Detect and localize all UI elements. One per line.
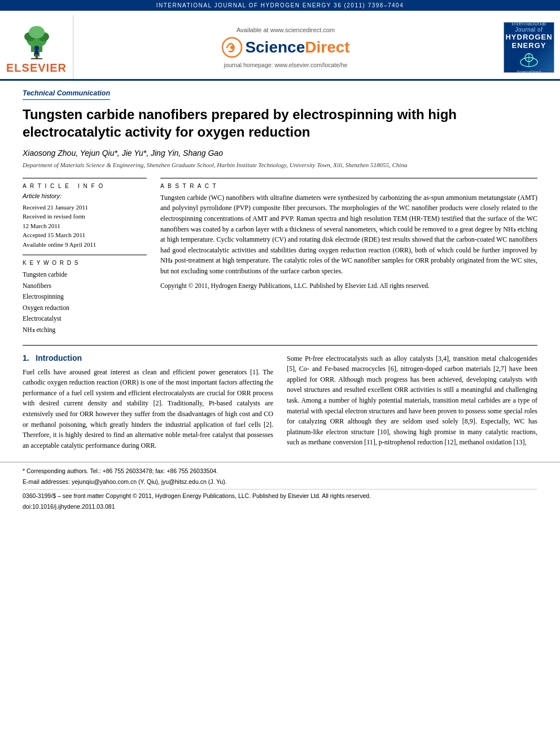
introduction-left: 1. Introduction Fuel cells have aroused … — [23, 353, 273, 451]
article-meta-section: A R T I C L E I N F O Article history: R… — [23, 178, 537, 336]
keyword-6: NH₃ etching — [23, 325, 147, 336]
authors: Xiaosong Zhou, Yejun Qiu*, Jie Yu*, Jing… — [23, 148, 537, 158]
content-area: Technical Communication Tungsten carbide… — [0, 81, 560, 451]
introduction-section: 1. Introduction Fuel cells have aroused … — [23, 353, 537, 451]
abstract-body: Tungsten carbide (WC) nanofibers with ul… — [160, 194, 537, 275]
intro-left-text: Fuel cells have aroused great interest a… — [23, 367, 273, 451]
affiliation: Department of Materials Science & Engine… — [23, 161, 537, 169]
svg-point-8 — [34, 46, 39, 50]
elsevier-logo: ELSEVIER — [0, 15, 73, 79]
journal-title-bar: International Journal of Hydrogen Energy… — [156, 2, 404, 8]
introduction-right: Some Pt-free electrocatalysts such as al… — [287, 353, 537, 451]
section-type-label: Technical Communication — [23, 89, 110, 100]
elsevier-tree-icon — [14, 20, 59, 59]
article-info-column: A R T I C L E I N F O Article history: R… — [23, 178, 147, 336]
abstract-text: Tungsten carbide (WC) nanofibers with ul… — [160, 193, 537, 291]
footer: * Corresponding authors. Tel.: +86 755 2… — [0, 462, 560, 517]
keyword-3: Electrospinning — [23, 291, 147, 303]
intro-title: Introduction — [36, 353, 82, 362]
svg-rect-9 — [35, 50, 38, 55]
sciencedirect-icon — [221, 37, 243, 58]
online-date: Available online 9 April 2011 — [23, 240, 147, 250]
journal-cover: InternationalJournal of HYDROGEN ENERGY … — [498, 15, 560, 79]
abstract-header: A B S T R A C T — [160, 183, 537, 189]
intro-right-text: Some Pt-free electrocatalysts such as al… — [287, 353, 537, 448]
accepted-date: Accepted 15 March 2011 — [23, 230, 147, 240]
footer-divider — [23, 489, 537, 490]
header-center: Available at www.sciencedirect.com Scien… — [73, 15, 498, 79]
journal-cover-image: InternationalJournal of HYDROGEN ENERGY … — [504, 22, 554, 73]
received-date: Received 21 January 2011 — [23, 203, 147, 212]
journal-header: ELSEVIER Available at www.sciencedirect.… — [0, 11, 560, 81]
keywords-label: K E Y W O R D S — [23, 260, 147, 266]
svg-point-5 — [29, 26, 45, 38]
available-at-text: Available at www.sciencedirect.com — [237, 27, 335, 33]
sciencedirect-text: ScienceDirect — [245, 38, 349, 56]
section-divider — [23, 345, 537, 346]
revised-date: 12 March 2011 — [23, 221, 147, 231]
paper-title: Tungsten carbide nanofibers prepared by … — [23, 106, 537, 141]
corresponding-author-note: * Corresponding authors. Tel.: +86 755 2… — [23, 467, 537, 476]
sciencedirect-logo: ScienceDirect — [221, 37, 349, 58]
copyright-notice: Copyright © 2011, Hydrogen Energy Public… — [160, 281, 537, 291]
svg-rect-7 — [31, 58, 42, 59]
abstract-column: A B S T R A C T Tungsten carbide (WC) na… — [160, 178, 537, 336]
intro-heading: 1. Introduction — [23, 353, 273, 362]
author-names: Xiaosong Zhou, Yejun Qiu*, Jie Yu*, Jing… — [23, 148, 223, 158]
elsevier-wordmark: ELSEVIER — [6, 62, 67, 75]
intro-number: 1. — [23, 353, 29, 362]
history-label: Article history: — [23, 193, 147, 199]
keywords-divider — [23, 255, 147, 255]
issn-note: 0360-3199/$ – see front matter Copyright… — [23, 492, 537, 501]
email-note: E-mail addresses: yejunqiu@yahoo.com.cn … — [23, 478, 537, 487]
doi-note: doi:10.1016/j.ijhydene.2011.03.081 — [23, 503, 537, 512]
article-info-header: A R T I C L E I N F O — [23, 183, 147, 189]
keyword-2: Nanofibers — [23, 281, 147, 292]
svg-point-11 — [230, 46, 234, 49]
journal-homepage-text: journal homepage: www.elsevier.com/locat… — [224, 62, 348, 68]
revised-label: Received in revised form — [23, 212, 147, 221]
keyword-1: Tungsten carbide — [23, 269, 147, 281]
keyword-5: Electrocatalyst — [23, 313, 147, 325]
keyword-4: Oxygen reduction — [23, 303, 147, 314]
journal-header-bar: International Journal of Hydrogen Energy… — [0, 0, 560, 11]
